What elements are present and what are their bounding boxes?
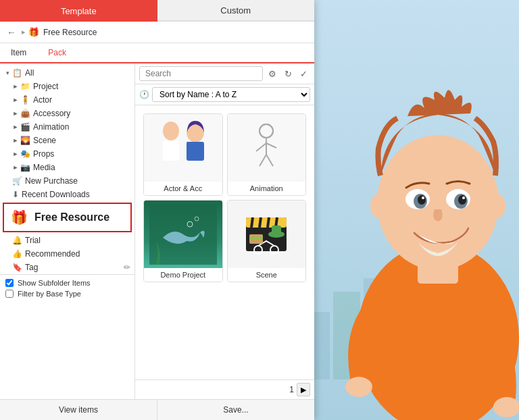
tree-icon-trial: 🔔	[12, 236, 22, 245]
sidebar-tree: ▾ 📋 All ► 📁 Project ► 🧍 Actor ► 👜 Access…	[0, 63, 135, 399]
svg-line-40	[268, 217, 269, 228]
svg-point-18	[370, 194, 387, 218]
bottom-buttons: View items Save...	[0, 399, 314, 420]
bottom-options: Show Subfolder Items Filter by Base Type	[0, 274, 134, 305]
grid-item-thumb-demo	[144, 201, 222, 268]
tree-icon-scene: 🌄	[20, 136, 30, 145]
tree-item-recent[interactable]: ⬇ Recent Downloads	[0, 188, 134, 201]
filter-base-checkbox[interactable]	[5, 290, 14, 298]
tree-item-media[interactable]: ► 📷 Media	[0, 161, 134, 174]
tree-item-tag[interactable]: 🔖 Tag ✏	[0, 261, 134, 274]
back-button[interactable]: ←	[4, 26, 19, 39]
tree-item-new-purchase[interactable]: 🛒 New Purchase	[0, 174, 134, 188]
tab-item[interactable]: Item	[0, 43, 37, 62]
clock-icon: 🕐	[139, 90, 149, 99]
tree-item-all[interactable]: ▾ 📋 All	[0, 66, 134, 80]
grid-item-label-demo: Demo Project	[144, 268, 222, 282]
path-separator: ▸	[22, 28, 26, 36]
grid-item-scene[interactable]: Scene	[227, 200, 307, 282]
page-number: 1	[289, 385, 294, 394]
svg-line-29	[266, 143, 276, 148]
tree-item-trial[interactable]: 🔔 Trial	[0, 234, 134, 247]
grid-item-label-scene: Scene	[228, 268, 306, 282]
tree-item-props[interactable]: ► 🎭 Props	[0, 147, 134, 161]
tab-pack[interactable]: Pack	[37, 43, 77, 63]
free-resource-item[interactable]: 🎁 Free Resource	[3, 203, 132, 232]
tree-item-animation[interactable]: ► 🎬 Animation	[0, 120, 134, 134]
gift-icon: 🎁	[11, 209, 28, 226]
tree-arrow-purchase	[4, 178, 11, 184]
svg-point-15	[458, 195, 466, 205]
tree-icon-recommended: 👍	[12, 249, 22, 259]
content-grid: Actor & Acc	[135, 105, 314, 379]
tree-arrow-actor: ►	[12, 97, 19, 103]
right-panel: ⚙ ↻ ✓ 🕐 Sort by Name : A to Z Sort by Na…	[135, 63, 314, 399]
tree-item-scene[interactable]: ► 🌄 Scene	[0, 134, 134, 147]
breadcrumb-text: Free Resource	[43, 28, 97, 37]
sort-select[interactable]: Sort by Name : A to Z Sort by Name : Z t…	[152, 87, 310, 102]
tree-arrow-project: ►	[12, 83, 19, 90]
tree-arrow-animation: ►	[12, 124, 19, 130]
filter-base-label: Filter by Base Type	[18, 290, 81, 298]
search-input-wrap	[139, 66, 263, 81]
svg-line-38	[251, 217, 253, 228]
tree-icon-props: 🎭	[20, 149, 30, 159]
grid-item-animation[interactable]: Animation	[227, 113, 307, 196]
tree-item-accessory[interactable]: ► 👜 Accessory	[0, 107, 134, 120]
tree-arrow-props: ►	[12, 151, 19, 157]
breadcrumb-icon: 🎁	[28, 27, 39, 37]
tree-icon-animation: 🎬	[20, 122, 30, 132]
svg-point-14	[418, 195, 426, 205]
svg-point-16	[422, 196, 424, 199]
sort-bar: 🕐 Sort by Name : A to Z Sort by Name : Z…	[135, 84, 314, 105]
edit-icon[interactable]: ✏	[124, 263, 130, 272]
search-bar: ⚙ ↻ ✓	[135, 63, 314, 84]
tree-icon-purchase: 🛒	[12, 176, 22, 186]
grid-item-thumb-scene	[228, 201, 306, 268]
svg-point-20	[345, 377, 372, 397]
grid-item-actor-acc[interactable]: Actor & Acc	[143, 113, 223, 196]
svg-point-22	[163, 122, 179, 140]
content-area: ▾ 📋 All ► 📁 Project ► 🧍 Actor ► 👜 Access…	[0, 63, 314, 399]
svg-line-31	[266, 155, 273, 166]
check-button[interactable]: ✓	[297, 68, 310, 80]
save-button[interactable]: Save...	[157, 400, 314, 420]
show-subfolder-checkbox[interactable]	[5, 279, 14, 287]
tab-template[interactable]: Template	[0, 0, 157, 22]
svg-line-30	[260, 155, 266, 166]
tree-arrow-trial	[4, 237, 11, 244]
tree-arrow-accessory: ►	[12, 110, 19, 117]
tree-item-actor[interactable]: ► 🧍 Actor	[0, 93, 134, 107]
tree-arrow-recent	[4, 191, 11, 198]
pagination: 1 ▶	[135, 379, 314, 399]
toolbar-row: ← ▸ 🎁 Free Resource	[0, 22, 314, 43]
show-subfolder-row: Show Subfolder Items	[5, 279, 129, 287]
svg-point-32	[260, 124, 273, 138]
tree-arrow-scene: ►	[12, 137, 19, 144]
refresh-button[interactable]: ↻	[282, 68, 295, 80]
filter-base-row: Filter by Base Type	[5, 290, 129, 298]
grid-item-label-animation: Animation	[228, 182, 306, 195]
tree-arrow: ▾	[4, 70, 11, 76]
next-page-button[interactable]: ▶	[297, 383, 310, 396]
tree-icon-media: 📷	[20, 163, 30, 172]
grid-item-demo[interactable]: Demo Project	[143, 200, 223, 282]
filter-button[interactable]: ⚙	[266, 68, 279, 80]
tree-item-project[interactable]: ► 📁 Project	[0, 80, 134, 93]
search-input[interactable]	[139, 66, 263, 81]
view-items-button[interactable]: View items	[0, 400, 157, 420]
svg-line-39	[260, 217, 261, 228]
tab-header: Template Custom	[0, 0, 314, 22]
tree-icon-all: 📋	[12, 68, 22, 78]
svg-point-9	[377, 135, 499, 270]
tree-icon-tag: 🔖	[12, 263, 22, 272]
grid-item-label-actor-acc: Actor & Acc	[144, 182, 222, 195]
svg-point-17	[462, 196, 465, 199]
tree-item-recommended[interactable]: 👍 Recommended	[0, 247, 134, 261]
tree-icon-accessory: 👜	[20, 109, 30, 118]
svg-rect-25	[187, 142, 204, 161]
grid-item-thumb-animation	[228, 114, 306, 182]
tree-arrow-recommended	[4, 251, 11, 257]
svg-rect-47	[272, 226, 281, 234]
tab-custom[interactable]: Custom	[157, 0, 315, 22]
